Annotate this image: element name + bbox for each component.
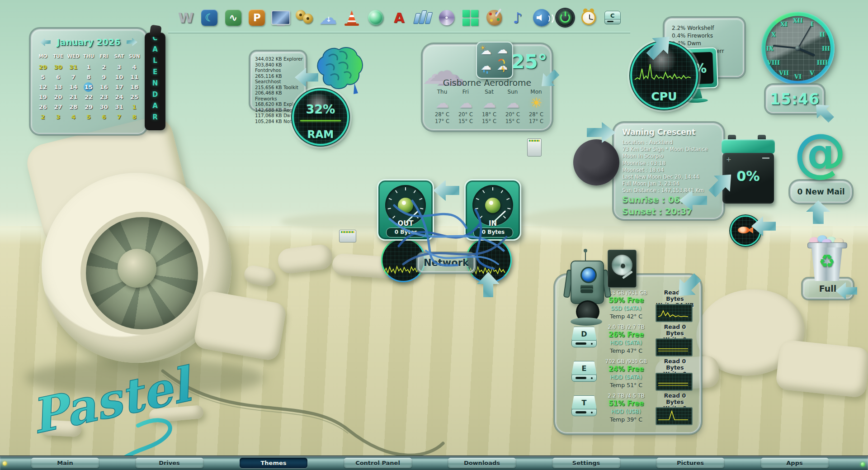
drive-icon-D[interactable]: D	[571, 327, 597, 347]
cpu-gauge[interactable]: CPU	[630, 42, 698, 109]
forecast-cloud-icon: ☁	[501, 95, 524, 111]
clock-numeral: VI	[794, 73, 802, 80]
cpu-process-item: 0.4% Dwm	[672, 40, 743, 47]
ram-process-item: 303,840 KB Fontdrvhos	[255, 62, 305, 73]
palette-icon[interactable]	[485, 8, 504, 27]
mail-at-icon[interactable]: @	[793, 127, 847, 181]
calendar-day-cell: 7	[112, 112, 127, 122]
taskbar-button-themes[interactable]: Themes	[240, 458, 307, 468]
calendar-day-cell: 1	[81, 62, 96, 72]
drive-free: 24% Free	[599, 365, 653, 374]
acrobat-icon[interactable]: A	[390, 8, 409, 27]
blue-crescent-app-icon: ☾	[201, 9, 217, 26]
forecast-cloud-icon: ☁	[477, 95, 501, 111]
c-drive-icon[interactable]: C	[603, 8, 622, 27]
taskbar-button-drives[interactable]: Drives	[136, 458, 203, 468]
calendar-day-header: WED	[66, 53, 81, 59]
analog-clock[interactable]: XIIIIIIIIIIIIVVIVIIVIIIIXXXI	[761, 12, 835, 85]
calendar-day-cell: 18	[127, 82, 142, 92]
digital-clock[interactable]: 15:46	[767, 86, 823, 112]
calendar-day-cell: 2	[35, 112, 51, 122]
ram-process-list[interactable]: 344,032 KB Explorer303,840 KB Fontdrvhos…	[251, 52, 305, 109]
alarm-clock-icon[interactable]	[579, 8, 598, 27]
moon-info-line: Last New Moon Dec 20, 14:44	[622, 174, 708, 180]
monitor-icon[interactable]	[271, 8, 290, 27]
calendar-strip-letter: L	[145, 55, 165, 66]
recycle-bin[interactable]: ♻	[806, 234, 851, 281]
forecast-low: 15° C	[477, 118, 501, 125]
forecast-high: 28° C	[524, 111, 548, 118]
green-swirl-app-icon[interactable]: ∿	[224, 8, 243, 27]
drive-info: 2.0 TB /2.7 TB26% FreeHDD (SATA)Temp 47°…	[599, 324, 653, 355]
forecast-day-name: Mon	[524, 89, 548, 95]
calendar-day-cell: 19	[35, 92, 51, 102]
taskbar-button-downloads[interactable]: Downloads	[448, 458, 516, 468]
rain-cloud-icon: ☁	[481, 61, 491, 71]
workshelf-icon[interactable]: W	[176, 8, 195, 27]
taskbar-button-settings[interactable]: Settings	[552, 458, 620, 468]
taskbar-button-apps[interactable]: Apps	[761, 458, 829, 468]
calendar-strip-letter: A	[145, 100, 165, 112]
vlc-cone-icon[interactable]	[342, 8, 361, 27]
forecast-day: Sat☁18° C15° C	[477, 89, 501, 125]
calendar-day-cell: 27	[51, 102, 66, 112]
calendar-day-cell: 15	[84, 82, 93, 92]
blue-crescent-app-icon[interactable]: ☾	[200, 8, 219, 27]
ram-gauge[interactable]: 32% RAM	[292, 89, 349, 146]
music-note-icon[interactable]: ♪	[508, 8, 527, 27]
desktop: Pastel W☾∿P☁↓A♪C January 2026 MOTUEWEDTH…	[0, 0, 868, 470]
clock-numeral: XI	[780, 21, 788, 28]
calendar-day-cell: 5	[35, 72, 51, 82]
volume-icon[interactable]	[532, 8, 551, 27]
drive-letter: D	[571, 327, 597, 341]
dvd-disc-icon[interactable]	[437, 8, 456, 27]
drive-size: 2.2 TB /4.5 TB	[599, 393, 653, 399]
taskbar-button-pictures[interactable]: Pictures	[656, 458, 724, 468]
moon-image	[573, 139, 619, 185]
moon-info-line: 73 Km Star Sign * Moon Distance	[622, 146, 708, 153]
drive-temp: Temp 51° C	[599, 381, 653, 389]
taskbar-led-yellow	[3, 461, 7, 465]
calendar-day-cell: 20	[51, 92, 66, 102]
cloud-icon: ☁	[497, 44, 508, 55]
clock-numeral: VII	[779, 70, 789, 76]
calendar-widget[interactable]: January 2026 MOTUEWEDTHUFRISATSUN 293031…	[32, 30, 146, 133]
calendar-day-cell: 8	[81, 72, 96, 82]
drive-icon-T[interactable]: T	[571, 395, 597, 416]
goldfish-widget[interactable]	[730, 215, 761, 246]
green-orb-icon[interactable]	[366, 8, 385, 27]
drive-icon-E[interactable]: E	[571, 361, 597, 382]
power-icon[interactable]	[556, 8, 575, 27]
battery-widget[interactable]: + 0%	[722, 135, 775, 208]
storm-rainbow-icon: ☁ϟ	[497, 61, 508, 71]
calendar-day-cell: 30	[51, 62, 66, 72]
books-icon[interactable]	[413, 8, 432, 27]
calendar-day-cell: 31	[112, 102, 127, 112]
drive-activity-graph	[656, 338, 693, 356]
calendar-day-cell: 22	[81, 92, 96, 102]
cpu-label: CPU	[632, 90, 696, 103]
windows-icon[interactable]	[461, 8, 480, 27]
taskbar-button-main[interactable]: Main	[31, 458, 99, 468]
cloud-download-icon[interactable]: ☁↓	[319, 8, 338, 27]
drive-row-E: E702 GB /930 GB24% FreeHDD (SATA)Temp 51…	[556, 358, 700, 391]
clock-numeral: V	[810, 70, 814, 76]
drive-free: 51% Free	[599, 399, 653, 408]
orange-p-app-icon[interactable]: P	[247, 8, 266, 27]
weather-location: Gisborne Aerodrome	[424, 78, 551, 88]
signature-text: Pastel	[26, 357, 199, 445]
forecast-cloud-icon: ☁	[430, 95, 454, 111]
calendar-day-cell: 30	[96, 102, 112, 112]
recycle-status-text: Full	[819, 284, 837, 294]
drive-activity-graph	[656, 407, 693, 425]
drive-temp: Temp 39° C	[599, 416, 653, 424]
moon-info-line: Location : Auckland	[622, 139, 708, 146]
drive-kind: HDD (SATA)	[599, 374, 653, 381]
taskbar: MainDrivesThemesControl PanelDownloadsSe…	[0, 456, 868, 470]
taskbar-button-control-panel[interactable]: Control Panel	[344, 458, 412, 468]
film-reels-icon[interactable]	[295, 8, 314, 27]
moon-info-line: Moonrise : 03:18	[622, 160, 708, 167]
app-dock: W☾∿P☁↓A♪C	[168, 4, 630, 33]
calendar-day-cell: 29	[35, 62, 51, 72]
calendar-day-cell: 1	[127, 102, 142, 112]
